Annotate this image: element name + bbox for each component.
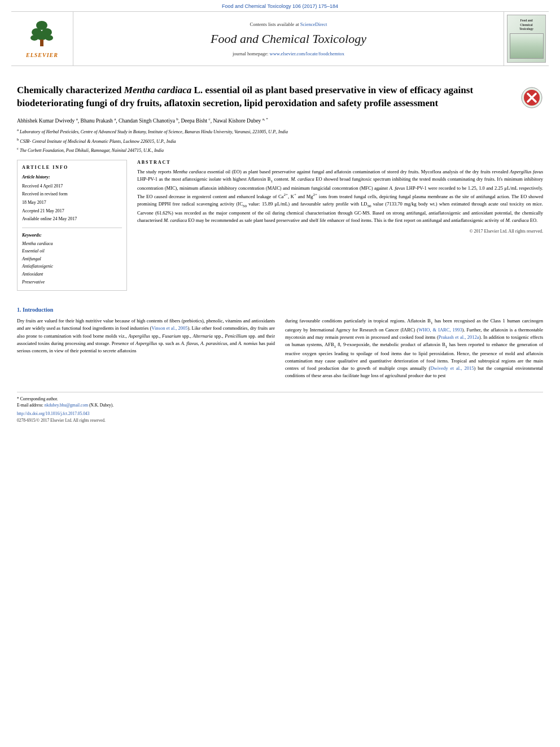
svg-rect-4 bbox=[40, 40, 43, 46]
crossmark-badge bbox=[520, 86, 543, 110]
doi-link[interactable]: http://dx.doi.org/10.1016/j.fct.2017.05.… bbox=[17, 411, 89, 416]
svg-point-6 bbox=[45, 35, 53, 41]
revised-label: Received in revised form bbox=[22, 190, 122, 198]
affiliation-a: a Laboratory of Herbal Pesticides, Centr… bbox=[17, 127, 543, 136]
svg-point-5 bbox=[30, 35, 38, 41]
banner-center: Contents lists available at ScienceDirec… bbox=[73, 12, 504, 65]
available-date: Available online 24 May 2017 bbox=[22, 215, 122, 223]
elsevier-tree-icon bbox=[27, 20, 58, 51]
article-title: Chemically characterized Mentha cardiaca… bbox=[17, 84, 520, 110]
copyright-line: © 2017 Elsevier Ltd. All rights reserved… bbox=[137, 229, 543, 234]
abstract-column: ABSTRACT The study reports Mentha cardia… bbox=[137, 160, 543, 296]
journal-citation-bar: Food and Chemical Toxicology 106 (2017) … bbox=[0, 0, 560, 11]
keyword-2: Essential oil bbox=[22, 247, 122, 255]
journal-citation: Food and Chemical Toxicology 106 (2017) … bbox=[222, 3, 338, 9]
revised-date: 18 May 2017 bbox=[22, 199, 122, 207]
intro-left-column: Dry fruits are valued for their high nut… bbox=[17, 317, 275, 383]
issn-line: 0278-6915/© 2017 Elsevier Ltd. All right… bbox=[17, 418, 543, 423]
affiliation-b: b CSIR- Central Institute of Medicinal &… bbox=[17, 137, 543, 145]
history-label: Article history: bbox=[22, 173, 122, 181]
footnote-corresponding: * Corresponding author. bbox=[17, 396, 543, 402]
email-link[interactable]: nkdubey.bhu@gmail.com bbox=[45, 403, 88, 408]
keyword-4: Antiaflatoxigenic bbox=[22, 263, 122, 270]
intro-para-right: during favourable conditions particularl… bbox=[285, 317, 543, 379]
section-title: 1. Introduction bbox=[17, 307, 543, 313]
authors: Abhishek Kumar Dwivedy a, Bhanu Prakash … bbox=[17, 117, 543, 124]
sciencedirect-line: Contents lists available at ScienceDirec… bbox=[250, 21, 327, 27]
footnote-email: E-mail address: nkdubey.bhu@gmail.com (N… bbox=[17, 402, 543, 408]
journal-thumbnail: Food andChemicalToxicology bbox=[507, 15, 546, 63]
ref-dwivedy[interactable]: Dwivedy et al., 2015 bbox=[430, 365, 474, 371]
intro-para-left: Dry fruits are valued for their high nut… bbox=[17, 317, 275, 355]
ref-prakash[interactable]: Prakash et al., 2012a bbox=[439, 334, 479, 340]
affiliation-c: c The Corbett Foundation, Post Dhikuli, … bbox=[17, 146, 543, 154]
keyword-5: Antioxidant bbox=[22, 270, 122, 278]
accepted-date: Accepted 21 May 2017 bbox=[22, 207, 122, 215]
ref-vinson[interactable]: Vinson et al., 2005 bbox=[151, 325, 187, 331]
abstract-heading: ABSTRACT bbox=[137, 160, 543, 165]
keyword-3: Antifungal bbox=[22, 255, 122, 263]
article-info-column: ARTICLE INFO Article history: Received 4… bbox=[17, 160, 127, 296]
sciencedirect-link[interactable]: ScienceDirect bbox=[300, 21, 327, 27]
elsevier-wordmark: ELSEVIER bbox=[26, 52, 58, 58]
introduction-section: 1. Introduction Dry fruits are valued fo… bbox=[17, 307, 543, 383]
keyword-6: Preservative bbox=[22, 278, 122, 286]
affiliations: a Laboratory of Herbal Pesticides, Centr… bbox=[17, 127, 543, 154]
footnote-area: * Corresponding author. E-mail address: … bbox=[17, 392, 543, 423]
ref-who[interactable]: WHO, & IARC, 1993 bbox=[418, 327, 462, 333]
keywords-list: Mentha cardiaca Essential oil Antifungal… bbox=[22, 240, 122, 286]
article-info-box: ARTICLE INFO Article history: Received 4… bbox=[17, 160, 127, 291]
homepage-link[interactable]: www.elsevier.com/locate/foodchemtox bbox=[270, 51, 345, 56]
journal-banner: ELSEVIER Contents lists available at Sci… bbox=[11, 11, 549, 66]
abstract-text: The study reports Mentha cardiaca essent… bbox=[137, 168, 543, 224]
elsevier-logo-area: ELSEVIER bbox=[11, 12, 73, 65]
journal-thumbnail-area: Food andChemicalToxicology bbox=[504, 12, 549, 65]
keyword-1: Mentha cardiaca bbox=[22, 240, 122, 248]
recommended-word: recommended bbox=[211, 217, 238, 223]
received-date: Received 4 April 2017 bbox=[22, 182, 122, 190]
article-history: Article history: Received 4 April 2017 R… bbox=[22, 173, 122, 223]
journal-title-banner: Food and Chemical Toxicology bbox=[211, 32, 366, 46]
homepage-line: journal homepage: www.elsevier.com/locat… bbox=[233, 51, 344, 56]
crossmark-icon bbox=[520, 86, 543, 109]
body-two-column: Dry fruits are valued for their high nut… bbox=[17, 317, 543, 383]
keywords-heading: Keywords: bbox=[22, 233, 122, 238]
intro-right-column: during favourable conditions particularl… bbox=[285, 317, 543, 383]
article-info-heading: ARTICLE INFO bbox=[22, 165, 122, 170]
